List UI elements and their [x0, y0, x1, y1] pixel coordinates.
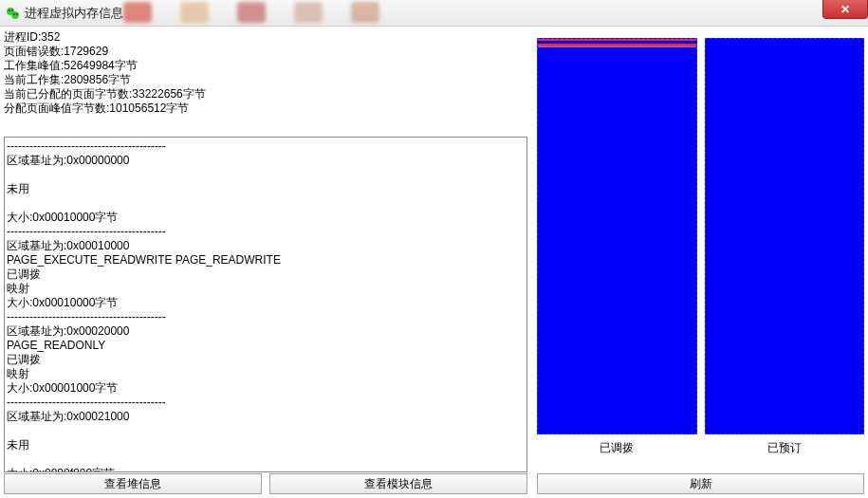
- window-title: 进程虚拟内存信息: [25, 5, 123, 22]
- region-line: 区域基址为:0x00020000: [7, 324, 526, 339]
- committed-label: 已调拨: [537, 434, 697, 456]
- region-line: 未用: [7, 438, 526, 452]
- process-id-line: 进程ID:352: [4, 30, 526, 45]
- reserved-label: 已预订: [705, 434, 865, 456]
- svg-point-3: [11, 9, 13, 11]
- pagefile-usage-line: 当前已分配的页面字节数:33222656字节: [4, 87, 526, 101]
- svg-point-4: [13, 13, 15, 15]
- region-line: 区域基址为:0x00021000: [7, 410, 526, 424]
- process-info-block: 进程ID:352 页面错误数:1729629 工作集峰值:52649984字节 …: [4, 30, 526, 116]
- working-set-line: 当前工作集:2809856字节: [4, 73, 526, 87]
- reserved-memory-box: [705, 38, 865, 434]
- region-line: 映射: [7, 282, 526, 296]
- region-line: 大小:0x0000f000字节: [7, 467, 526, 472]
- region-separator: ----------------------------------------…: [7, 310, 526, 324]
- svg-point-5: [16, 13, 18, 15]
- region-separator: ----------------------------------------…: [7, 396, 526, 410]
- view-module-button[interactable]: 查看模块信息: [269, 473, 527, 494]
- left-button-row: 查看堆信息 查看模块信息: [4, 473, 527, 494]
- page-faults-line: 页面错误数:1729629: [4, 45, 526, 59]
- app-icon: [6, 6, 21, 21]
- committed-memory-box: [537, 38, 697, 434]
- region-blank-line: [7, 196, 526, 211]
- content-area: 进程ID:352 页面错误数:1729629 工作集峰值:52649984字节 …: [0, 27, 868, 498]
- svg-point-1: [11, 11, 19, 19]
- committed-column: 已调拨: [537, 38, 697, 456]
- region-line: 大小:0x00010000字节: [7, 211, 526, 225]
- region-separator: ----------------------------------------…: [7, 139, 526, 154]
- region-line: PAGE_READONLY: [7, 339, 526, 353]
- close-button[interactable]: ✕: [822, 0, 868, 19]
- region-line: 未用: [7, 182, 526, 196]
- memory-visualization: 已调拨 已预订: [537, 38, 864, 456]
- peak-pagefile-line: 分配页面峰值字节数:101056512字节: [4, 101, 526, 116]
- reserved-column: 已预订: [705, 38, 865, 456]
- region-blank-line: [7, 424, 526, 438]
- region-line: 已调拨: [7, 267, 526, 282]
- region-line: 区域基址为:0x00000000: [7, 154, 526, 168]
- window-titlebar: 进程虚拟内存信息 ✕: [0, 0, 868, 27]
- region-blank-line: [7, 168, 526, 182]
- region-line: PAGE_EXECUTE_READWRITE PAGE_READWRITE: [7, 253, 526, 267]
- region-line: 已调拨: [7, 353, 526, 367]
- region-line: 大小:0x00001000字节: [7, 381, 526, 396]
- region-blank-line: [7, 452, 526, 467]
- region-line: 大小:0x00010000字节: [7, 296, 526, 310]
- right-button-row: 刷新: [537, 473, 864, 494]
- region-separator: ----------------------------------------…: [7, 225, 526, 239]
- region-line: 区域基址为:0x00010000: [7, 239, 526, 253]
- peak-working-set-line: 工作集峰值:52649984字节: [4, 59, 526, 73]
- view-heap-button[interactable]: 查看堆信息: [4, 473, 262, 494]
- region-line: 映射: [7, 367, 526, 381]
- background-blur: [123, 2, 379, 25]
- close-icon: ✕: [840, 3, 850, 16]
- svg-point-2: [9, 9, 10, 11]
- memory-region-list[interactable]: ----------------------------------------…: [4, 137, 527, 472]
- refresh-button[interactable]: 刷新: [537, 473, 864, 494]
